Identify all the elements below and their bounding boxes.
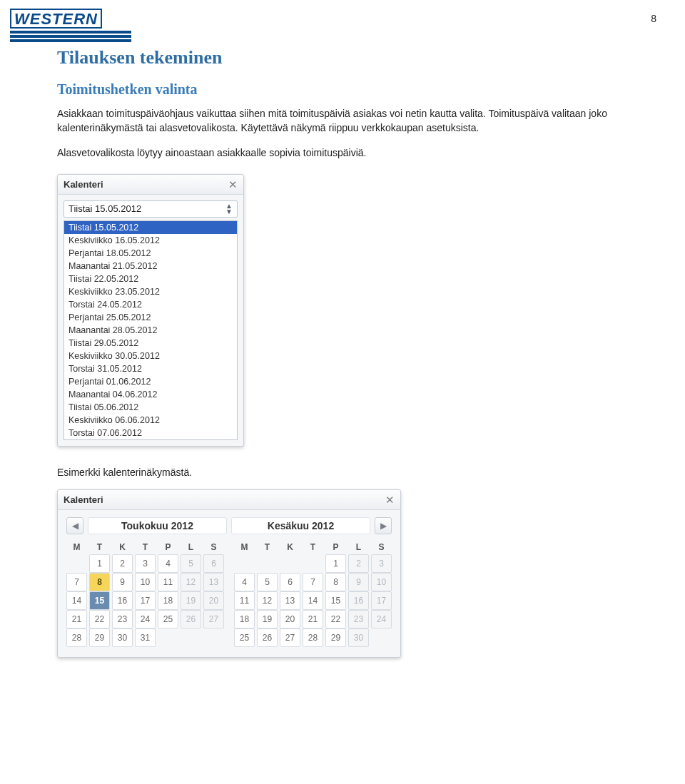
date-option[interactable]: Tiistai 29.05.2012 — [64, 337, 237, 350]
date-option[interactable]: Tiistai 15.05.2012 — [64, 221, 237, 234]
date-option[interactable]: Maanantai 21.05.2012 — [64, 260, 237, 273]
arrow-left-icon: ◀ — [72, 521, 78, 531]
date-option[interactable]: Torstai 07.06.2012 — [64, 427, 237, 439]
dow-header: S — [203, 540, 224, 554]
date-option-list[interactable]: Tiistai 15.05.2012Keskiviikko 16.05.2012… — [64, 220, 238, 440]
paragraph-dropdown-note: Alasvetovalikosta löytyy ainoastaan asia… — [57, 146, 628, 160]
calendar-day[interactable]: 6 — [203, 554, 224, 573]
date-option[interactable]: Maanantai 04.06.2012 — [64, 388, 237, 401]
calendar-day[interactable]: 12 — [181, 573, 201, 591]
calendar-day[interactable]: 27 — [280, 628, 300, 647]
calendar-day[interactable]: 28 — [66, 628, 87, 647]
calendar-day[interactable]: 5 — [181, 554, 201, 573]
date-option[interactable]: Maanantai 28.05.2012 — [64, 324, 237, 337]
calendar-day[interactable]: 23 — [348, 610, 369, 628]
calendar-day-empty — [257, 554, 278, 573]
calendar-day[interactable]: 20 — [203, 591, 224, 610]
date-option[interactable]: Perjantai 01.06.2012 — [64, 375, 237, 388]
dow-header: K — [112, 540, 133, 554]
calendar-day[interactable]: 1 — [89, 554, 110, 573]
calendar-day[interactable]: 12 — [257, 591, 278, 610]
calendar-day[interactable]: 2 — [112, 554, 133, 573]
page-number: 8 — [651, 13, 656, 24]
calendar-day[interactable]: 18 — [158, 591, 178, 610]
calendar-day[interactable]: 6 — [280, 573, 300, 591]
calendar-day[interactable]: 30 — [112, 628, 133, 647]
calendar-day[interactable]: 17 — [371, 591, 392, 610]
dow-header: T — [89, 540, 110, 554]
calendar-day-empty — [280, 554, 300, 573]
calendar-day[interactable]: 21 — [66, 610, 87, 628]
calendar-day[interactable]: 14 — [303, 591, 323, 610]
calendar-day[interactable]: 18 — [234, 610, 255, 628]
date-option[interactable]: Keskiviikko 23.05.2012 — [64, 285, 237, 298]
date-option[interactable]: Torstai 31.05.2012 — [64, 362, 237, 375]
close-icon[interactable]: ✕ — [385, 494, 395, 505]
calendar-day[interactable]: 15 — [89, 591, 110, 610]
calendar-day[interactable]: 26 — [181, 610, 201, 628]
calendar-day[interactable]: 24 — [135, 610, 156, 628]
next-month-button[interactable]: ▶ — [375, 517, 392, 534]
month-label-right: Kesäkuu 2012 — [231, 517, 370, 534]
calendar-day[interactable]: 14 — [66, 591, 87, 610]
calendar-day[interactable]: 16 — [112, 591, 133, 610]
calendar-day[interactable]: 4 — [234, 573, 255, 591]
calendar-day[interactable]: 16 — [348, 591, 369, 610]
calendar-day[interactable]: 21 — [303, 610, 323, 628]
calendar-day[interactable]: 11 — [158, 573, 178, 591]
calendar-day[interactable]: 3 — [371, 554, 392, 573]
close-icon[interactable]: ✕ — [228, 179, 238, 190]
calendar-day[interactable]: 22 — [325, 610, 346, 628]
heading-1: Tilauksen tekeminen — [57, 47, 628, 68]
calendar-day[interactable]: 27 — [203, 610, 224, 628]
date-option[interactable]: Tiistai 05.06.2012 — [64, 401, 237, 414]
date-option[interactable]: Keskiviikko 30.05.2012 — [64, 350, 237, 362]
calendar-day[interactable]: 19 — [181, 591, 201, 610]
date-option[interactable]: Torstai 24.05.2012 — [64, 298, 237, 311]
calendar-day[interactable]: 23 — [112, 610, 133, 628]
calendar-day[interactable]: 10 — [135, 573, 156, 591]
calendar-day[interactable]: 26 — [257, 628, 278, 647]
heading-2: Toimitushetken valinta — [57, 81, 628, 98]
calendar-day[interactable]: 20 — [280, 610, 300, 628]
prev-month-button[interactable]: ◀ — [66, 517, 83, 534]
calendar-day[interactable]: 7 — [66, 573, 87, 591]
calendar-day[interactable]: 22 — [89, 610, 110, 628]
calendar-day[interactable]: 30 — [348, 628, 369, 647]
calendar-day[interactable]: 1 — [325, 554, 346, 573]
calendar-day[interactable]: 10 — [371, 573, 392, 591]
dow-header: L — [348, 540, 369, 554]
date-option[interactable]: Perjantai 18.05.2012 — [64, 247, 237, 260]
calendar-day[interactable]: 7 — [303, 573, 323, 591]
date-option[interactable]: Keskiviikko 16.05.2012 — [64, 234, 237, 247]
calendar-day[interactable]: 17 — [135, 591, 156, 610]
calendar-day[interactable]: 15 — [325, 591, 346, 610]
calendar-day[interactable]: 5 — [257, 573, 278, 591]
calendar-day[interactable]: 8 — [325, 573, 346, 591]
calendar-day[interactable]: 3 — [135, 554, 156, 573]
paragraph-intro: Asiakkaan toimituspäiväohjaus vaikuttaa … — [57, 106, 628, 136]
calendar-day[interactable]: 11 — [234, 591, 255, 610]
calendar-day[interactable]: 29 — [89, 628, 110, 647]
calendar-day[interactable]: 19 — [257, 610, 278, 628]
dow-header: T — [135, 540, 156, 554]
date-option[interactable]: Perjantai 25.05.2012 — [64, 311, 237, 324]
calendar-day[interactable]: 25 — [234, 628, 255, 647]
calendar-day[interactable]: 8 — [89, 573, 110, 591]
calendar-day[interactable]: 13 — [203, 573, 224, 591]
calendar-day[interactable]: 9 — [112, 573, 133, 591]
calendar-day[interactable]: 24 — [371, 610, 392, 628]
dow-header: T — [303, 540, 323, 554]
calendar-day[interactable]: 31 — [135, 628, 156, 647]
calendar-day[interactable]: 9 — [348, 573, 369, 591]
calendar-day[interactable]: 29 — [325, 628, 346, 647]
calendar-day[interactable]: 2 — [348, 554, 369, 573]
calendar-day[interactable]: 25 — [158, 610, 178, 628]
calendar-day[interactable]: 13 — [280, 591, 300, 610]
calendar-day[interactable]: 4 — [158, 554, 178, 573]
date-option[interactable]: Keskiviikko 06.06.2012 — [64, 414, 237, 427]
date-select[interactable]: Tiistai 15.05.2012 ▲▼ — [64, 200, 238, 218]
calendar-day[interactable]: 28 — [303, 628, 323, 647]
date-option[interactable]: Tiistai 22.05.2012 — [64, 273, 237, 285]
logo: WESTERN — [10, 9, 131, 42]
